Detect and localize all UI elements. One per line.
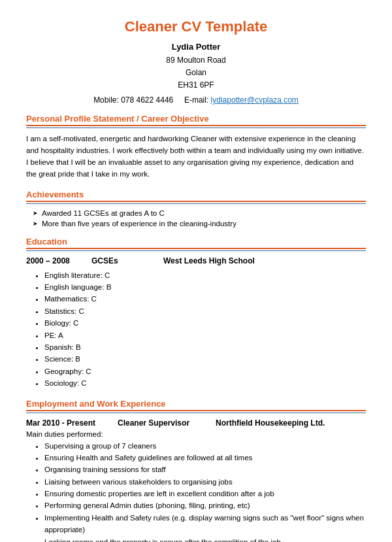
contact-name: Lydia Potter (26, 41, 366, 54)
edu-school: West Leeds High School (163, 256, 366, 265)
profile-section-title: Personal Profile Statement / Career Obje… (26, 114, 366, 124)
job-title: Cleaner Supervisor (118, 418, 216, 428)
job-duty: Supervising a group of 7 cleaners (44, 440, 366, 452)
job-duties-list: Supervising a group of 7 cleaners Ensuri… (26, 440, 366, 542)
achievement-item: More than five years of experience in th… (33, 220, 366, 228)
job-duties-label: Main duties performed: (26, 430, 366, 438)
contact-info: Lydia Potter 89 Moulton Road Golan EH31 … (26, 41, 366, 92)
profile-text: I am a self-motivated, energetic and har… (26, 133, 366, 180)
job-date: Mar 2010 - Present (26, 418, 118, 428)
job-duty: Locking rooms and the property is secure… (44, 536, 366, 542)
edu-subject: Spanish: B (44, 341, 366, 353)
mobile-value: 078 4622 4446 (121, 95, 173, 105)
edu-subject: Science: B (44, 353, 366, 365)
job-duty: Implementing Health and Safety rules (e.… (44, 512, 366, 536)
edu-type: GCSEs (91, 256, 163, 265)
job-row: Mar 2010 - Present Cleaner Supervisor No… (26, 418, 366, 428)
address-line3: EH31 6PF (26, 79, 366, 92)
email-label: E-mail: (184, 95, 208, 105)
address-line2: Golan (26, 67, 366, 79)
employment-section-title: Employment and Work Experience (26, 399, 366, 409)
address-line1: 89 Moulton Road (26, 54, 366, 67)
job-duty: Ensuring Health and Safety guidelines ar… (44, 452, 366, 464)
cv-page: Cleaner CV Template Lydia Potter 89 Moul… (0, 0, 392, 542)
job-duty: Liaising between various stakeholders to… (44, 476, 366, 488)
education-section-title: Education (26, 237, 366, 246)
education-divider-blue (26, 250, 366, 251)
edu-subject: Mathematics: C (44, 293, 366, 305)
edu-subject: English literature: C (44, 269, 366, 281)
edu-subject: Sociology: C (44, 377, 366, 389)
achievements-section-title: Achievements (26, 190, 366, 199)
achievements-divider-orange (26, 201, 366, 202)
edu-subject: PE: A (44, 330, 366, 341)
mobile-email-row: Mobile: 078 4622 4446 E-mail: lydiapotte… (26, 95, 366, 105)
cv-title: Cleaner CV Template (26, 18, 366, 35)
education-row: 2000 – 2008 GCSEs West Leeds High School (26, 256, 366, 265)
job-duty: Organising training sessions for staff (44, 464, 366, 475)
edu-subject: English language: B (44, 281, 366, 293)
achievements-divider-blue (26, 203, 366, 204)
job-company: Northfield Housekeeping Ltd. (216, 418, 366, 428)
profile-divider-blue (26, 127, 366, 128)
email-link[interactable]: lydiapotter@cvplaza.com (211, 95, 299, 105)
employment-divider-blue (26, 413, 366, 413)
achievements-list: Awarded 11 GCSEs at grades A to C More t… (26, 209, 366, 228)
edu-subjects-list: English literature: C English language: … (26, 269, 366, 390)
job-duty: Performing general Admin duties (phoning… (44, 500, 366, 511)
education-divider-orange (26, 248, 366, 249)
job-duty: Ensuring domestic properties are left in… (44, 488, 366, 500)
edu-subject: Biology: C (44, 317, 366, 329)
achievement-item: Awarded 11 GCSEs at grades A to C (33, 209, 366, 217)
edu-year: 2000 – 2008 (26, 256, 91, 265)
employment-divider-orange (26, 410, 366, 411)
edu-subject: Statistics: C (44, 305, 366, 317)
profile-divider-orange (26, 125, 366, 126)
mobile-label: Mobile: (93, 95, 119, 105)
edu-subject: Geography: C (44, 365, 366, 377)
